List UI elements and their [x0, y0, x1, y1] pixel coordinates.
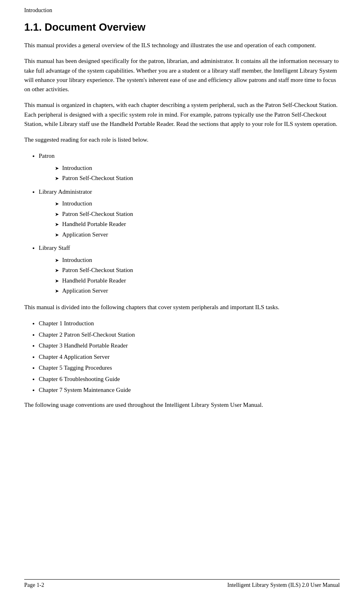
- chapter-item-5: Chapter 6 Troubleshooting Guide: [39, 374, 340, 385]
- role-sub-item-2-0: Introduction: [55, 255, 340, 266]
- paragraph-1: This manual provides a general overview …: [24, 41, 340, 50]
- role-sub-item-2-1: Patron Self-Checkout Station: [55, 265, 340, 276]
- role-label-0: Patron: [39, 153, 54, 159]
- paragraph-3: This manual is organized in chapters, wi…: [24, 100, 340, 129]
- role-sub-item-1-2: Handheld Portable Reader: [55, 219, 340, 230]
- breadcrumb: Introduction: [24, 7, 340, 14]
- role-sub-item-1-3: Application Server: [55, 230, 340, 240]
- section-title: 1.1. Document Overview: [24, 21, 340, 34]
- role-sub-item-2-3: Application Server: [55, 286, 340, 296]
- chapters-list: Chapter 1 IntroductionChapter 2 Patron S…: [39, 318, 340, 396]
- role-item-0: PatronIntroductionPatron Self-Checkout S…: [39, 151, 340, 184]
- footer-title: Intelligent Library System (ILS) 2.0 Use…: [227, 582, 340, 588]
- role-label-1: Library Administrator: [39, 188, 92, 195]
- role-label-2: Library Staff: [39, 245, 70, 251]
- role-sub-item-2-2: Handheld Portable Reader: [55, 276, 340, 286]
- chapter-item-3: Chapter 4 Application Server: [39, 352, 340, 362]
- role-sub-list-0: IntroductionPatron Self-Checkout Station: [55, 163, 340, 184]
- role-sub-item-0-1: Patron Self-Checkout Station: [55, 173, 340, 184]
- role-sub-list-2: IntroductionPatron Self-Checkout Station…: [55, 255, 340, 296]
- role-sub-item-1-1: Patron Self-Checkout Station: [55, 209, 340, 220]
- role-item-1: Library AdministratorIntroductionPatron …: [39, 187, 340, 240]
- role-item-2: Library StaffIntroductionPatron Self-Che…: [39, 243, 340, 296]
- paragraph-6: The following usage conventions are used…: [24, 400, 340, 410]
- chapter-item-0: Chapter 1 Introduction: [39, 318, 340, 329]
- page-wrapper: Introduction 1.1. Document Overview This…: [0, 0, 364, 603]
- footer: Page 1-2 Intelligent Library System (ILS…: [24, 579, 340, 588]
- footer-page: Page 1-2: [24, 582, 44, 588]
- chapter-item-6: Chapter 7 System Maintenance Guide: [39, 385, 340, 396]
- role-sub-item-0-0: Introduction: [55, 163, 340, 174]
- paragraph-2: This manual has been designed specifical…: [24, 57, 340, 94]
- chapter-item-2: Chapter 3 Handheld Portable Reader: [39, 341, 340, 351]
- chapter-item-1: Chapter 2 Patron Self-Checkout Station: [39, 330, 340, 340]
- chapter-item-4: Chapter 5 Tagging Procedures: [39, 363, 340, 373]
- role-sub-item-1-0: Introduction: [55, 199, 340, 209]
- paragraph-5: This manual is divided into the followin…: [24, 303, 340, 312]
- role-sub-list-1: IntroductionPatron Self-Checkout Station…: [55, 199, 340, 240]
- roles-list: PatronIntroductionPatron Self-Checkout S…: [24, 151, 340, 296]
- paragraph-4: The suggested reading for each role is l…: [24, 135, 340, 144]
